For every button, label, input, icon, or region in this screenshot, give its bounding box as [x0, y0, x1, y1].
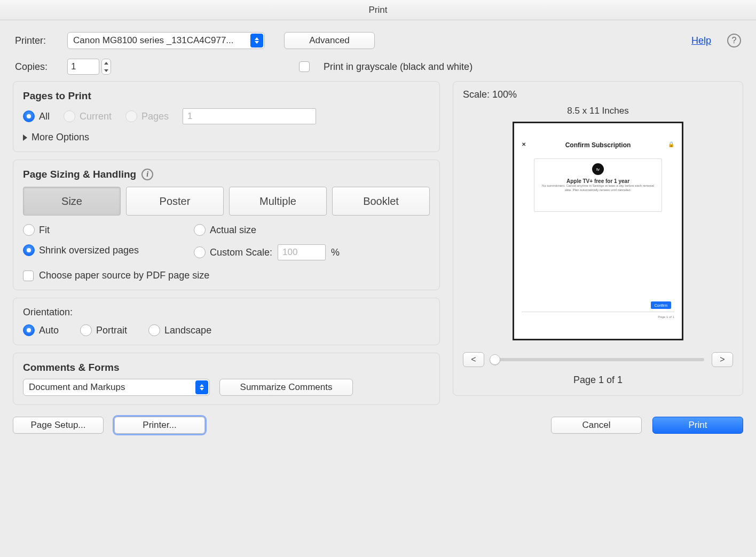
- comments-select[interactable]: Document and Markups: [23, 379, 210, 396]
- printer-selected: Canon MG8100 series _131CA4C977...: [73, 35, 234, 46]
- label-portrait: Portrait: [96, 325, 127, 336]
- choose-source-label: Choose paper source by PDF page size: [39, 270, 209, 281]
- grayscale-label: Print in grayscale (black and white): [324, 61, 472, 73]
- doc-title: Confirm Subscription: [523, 141, 673, 149]
- preview-page: ✕ 🔒 Confirm Subscription tv Apple TV+ fr…: [513, 122, 683, 340]
- pages-to-print-panel: Pages to Print All Current Pages More Op…: [13, 81, 440, 152]
- help-link[interactable]: Help: [691, 35, 711, 46]
- cancel-button[interactable]: Cancel: [551, 417, 642, 434]
- printer-select[interactable]: Canon MG8100 series _131CA4C977...: [67, 32, 265, 49]
- tab-multiple[interactable]: Multiple: [229, 187, 327, 216]
- grayscale-checkbox[interactable]: [299, 61, 310, 72]
- tab-booklet[interactable]: Booklet: [332, 187, 430, 216]
- comments-selected: Document and Markups: [29, 382, 125, 393]
- label-actual: Actual size: [210, 225, 256, 236]
- page-setup-button[interactable]: Page Setup...: [13, 417, 104, 434]
- comments-panel: Comments & Forms Document and Markups Su…: [13, 353, 440, 405]
- comments-title: Comments & Forms: [23, 362, 430, 373]
- custom-scale-input[interactable]: [278, 244, 326, 260]
- doc-page-label: Page 1 of 1: [658, 315, 674, 319]
- next-page-button[interactable]: >: [712, 352, 733, 367]
- radio-custom[interactable]: [194, 246, 206, 258]
- label-pages: Pages: [141, 111, 169, 122]
- radio-all[interactable]: [23, 110, 35, 122]
- printer-label: Printer:: [15, 35, 59, 46]
- tab-poster[interactable]: Poster: [126, 187, 224, 216]
- radio-fit[interactable]: [23, 224, 35, 236]
- label-landscape: Landscape: [164, 325, 211, 336]
- help-icon[interactable]: ?: [727, 34, 741, 47]
- orientation-panel: Orientation: Auto Portrait Landscape: [13, 298, 440, 345]
- pages-range-input[interactable]: [183, 108, 316, 124]
- advanced-button[interactable]: Advanced: [284, 32, 375, 49]
- doc-confirm: Confirm: [651, 301, 671, 309]
- label-shrink: Shrink oversized pages: [39, 245, 139, 256]
- percent-label: %: [331, 247, 340, 258]
- chevron-updown-icon: [250, 34, 263, 47]
- radio-auto[interactable]: [23, 324, 35, 336]
- tab-size[interactable]: Size: [23, 187, 121, 216]
- print-button[interactable]: Print: [652, 417, 743, 434]
- disclosure-icon[interactable]: [23, 134, 27, 141]
- chevron-down-icon: [104, 69, 108, 72]
- page-indicator: Page 1 of 1: [463, 375, 733, 386]
- radio-current[interactable]: [64, 110, 75, 122]
- sizing-panel: Page Sizing & Handling i Size Poster Mul…: [13, 160, 440, 290]
- choose-source-checkbox[interactable]: [23, 270, 34, 281]
- paper-size: 8.5 x 11 Inches: [463, 106, 733, 116]
- preview-panel: Scale: 100% 8.5 x 11 Inches ✕ 🔒 Confirm …: [453, 81, 743, 396]
- copies-stepper[interactable]: [101, 59, 111, 75]
- summarize-button[interactable]: Summarize Comments: [219, 379, 353, 396]
- chevron-updown-icon: [195, 380, 208, 394]
- copies-input[interactable]: [67, 59, 99, 75]
- label-all: All: [39, 111, 50, 122]
- printer-button[interactable]: Printer...: [114, 417, 205, 434]
- orientation-title: Orientation:: [23, 307, 430, 318]
- sizing-title: Page Sizing & Handling: [23, 169, 136, 180]
- chevron-up-icon: [104, 62, 108, 65]
- window-title: Print: [0, 0, 756, 20]
- label-fit: Fit: [39, 225, 50, 236]
- pages-title: Pages to Print: [23, 90, 430, 102]
- label-custom: Custom Scale:: [210, 247, 272, 258]
- radio-pages[interactable]: [125, 110, 137, 122]
- more-options[interactable]: More Options: [32, 132, 89, 143]
- radio-landscape[interactable]: [148, 324, 160, 336]
- info-icon[interactable]: i: [141, 169, 153, 180]
- scale-label: Scale: 100%: [463, 89, 733, 100]
- copies-label: Copies:: [15, 61, 59, 73]
- lock-icon: 🔒: [668, 141, 674, 147]
- appletv-icon: tv: [592, 163, 604, 175]
- doc-offer: Apple TV+ free for 1 year: [534, 178, 662, 184]
- slider-thumb[interactable]: [490, 354, 500, 365]
- close-icon: ✕: [522, 141, 526, 147]
- label-current: Current: [80, 111, 112, 122]
- page-slider[interactable]: [492, 358, 704, 361]
- prev-page-button[interactable]: <: [463, 352, 484, 367]
- radio-portrait[interactable]: [80, 324, 92, 336]
- radio-shrink[interactable]: [23, 244, 35, 256]
- radio-actual[interactable]: [194, 224, 206, 236]
- label-auto: Auto: [39, 325, 59, 336]
